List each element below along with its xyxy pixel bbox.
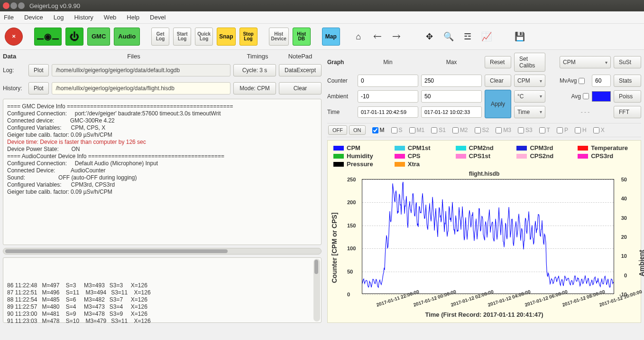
check-s3[interactable]: S3 [518, 127, 533, 133]
counter-unit-select[interactable]: CPM [514, 75, 545, 87]
poiss-button[interactable]: Poiss [614, 90, 641, 103]
mvavg-label: MvAvg [560, 77, 577, 84]
menu-history[interactable]: History [74, 14, 93, 21]
history-label: History: [3, 85, 26, 92]
avg-checkbox[interactable] [583, 93, 589, 99]
back-icon[interactable]: 🡐 [372, 31, 383, 42]
menu-device[interactable]: Device [24, 14, 43, 21]
settings-icon[interactable]: ☲ [462, 31, 473, 42]
sust-button[interactable]: SuSt [614, 56, 641, 68]
check-s2[interactable]: S2 [475, 127, 489, 133]
mvavg-input[interactable] [592, 75, 611, 87]
vars-on-button[interactable]: ON [349, 125, 366, 135]
menu-file[interactable]: File [4, 14, 14, 21]
dataexcerpt-button[interactable]: DataExcerpt [279, 64, 322, 76]
variable-select[interactable]: CPM [560, 56, 611, 68]
legend-cpm: CPM [333, 144, 391, 151]
power-button[interactable]: ⏻ [65, 28, 83, 46]
legend-xtra: Xtra [395, 161, 452, 168]
time-to-input[interactable] [421, 106, 482, 118]
vars-off-button[interactable]: OFF [328, 125, 347, 135]
menu-web[interactable]: Web [104, 14, 117, 21]
menu-bar: File Device Log History Web Help Devel [0, 11, 644, 24]
reset-button[interactable]: Reset [485, 56, 511, 68]
chart-plot[interactable]: 050100150200250-10010203040502017-01-11 … [362, 179, 614, 294]
ambient-min-input[interactable] [358, 90, 418, 103]
audio-button[interactable]: Audio [114, 28, 140, 46]
check-s1[interactable]: S1 [431, 127, 446, 133]
time-unit-select[interactable]: Time [514, 106, 545, 118]
mode-button[interactable]: Mode: CPM [233, 82, 276, 94]
ambient-max-input[interactable] [421, 90, 482, 103]
legend-cps1st: CPS1st [456, 152, 513, 160]
menu-log[interactable]: Log [54, 14, 64, 21]
ambient-unit-select[interactable]: °C [514, 90, 545, 103]
chart-legend: CPMCPM1stCPM2ndCPM3rdTemperatureHumidity… [333, 144, 635, 168]
start-log-button[interactable]: Start Log [173, 28, 191, 46]
quick-log-button[interactable]: Quick Log [195, 28, 213, 46]
check-m[interactable]: M [372, 127, 385, 133]
check-m3[interactable]: M3 [496, 127, 511, 133]
max-header: Max [421, 59, 482, 66]
snap-button[interactable]: Snap [217, 28, 235, 46]
check-m2[interactable]: M2 [452, 127, 468, 133]
close-button[interactable]: ✕ [5, 28, 23, 46]
legend-pressure: Pressure [333, 161, 391, 168]
avg-label: Avg [571, 93, 581, 100]
console-output[interactable]: ==== GMC Device Info ===================… [3, 99, 322, 245]
pan-icon[interactable]: ✥ [424, 31, 435, 42]
console-scrollbar[interactable] [3, 248, 322, 255]
legend-cps: CPS [395, 152, 452, 160]
stop-log-button[interactable]: Stop Log [239, 28, 258, 46]
connect-button[interactable]: ⚊◉⚊ [34, 28, 62, 46]
check-x[interactable]: X [593, 127, 605, 133]
counter-min-input[interactable] [358, 75, 418, 87]
save-icon[interactable]: 💾 [515, 31, 525, 42]
legend-temperature: Temperature [578, 144, 635, 151]
menu-help[interactable]: Help [127, 14, 139, 21]
check-t[interactable]: T [539, 127, 550, 133]
zoom-icon[interactable]: 🔍 [443, 31, 454, 42]
plot-history-button[interactable]: Plot [28, 82, 49, 94]
window-maximize-icon[interactable] [18, 2, 25, 9]
counter-label: Counter [327, 77, 355, 84]
history-path-field[interactable]: /home/ullix/geigerlog/geigerlog/data/fli… [52, 82, 230, 94]
counter-clear-button[interactable]: Clear [485, 75, 511, 87]
counter-max-input[interactable] [421, 75, 482, 87]
window-close-icon[interactable] [3, 2, 9, 9]
close-icon: ✕ [12, 34, 16, 39]
hist-db-button[interactable]: Hist DB [293, 28, 311, 46]
check-h[interactable]: H [575, 127, 587, 133]
apply-button[interactable]: Apply [485, 90, 511, 118]
set-calibs-button[interactable]: Set Calibs [514, 53, 545, 72]
hist-device-button[interactable]: Hist Device [269, 28, 289, 46]
forward-icon[interactable]: 🡒 [391, 31, 402, 42]
data-log-output[interactable]: 86 11:22:48 M=497 S=3 M3=493 S3=3 X=1268… [3, 257, 322, 323]
home-icon[interactable]: ⌂ [353, 31, 364, 42]
log-path-field[interactable]: /home/ullix/geigerlog/geigerlog/data/def… [52, 64, 230, 76]
stats-button[interactable]: Stats [614, 75, 641, 87]
legend-cps2nd: CPS2nd [516, 152, 574, 160]
fft-button[interactable]: FFT [614, 106, 641, 118]
menu-devel[interactable]: Devel [150, 14, 166, 21]
time-from-input[interactable] [358, 106, 418, 118]
datalog-scrollbar[interactable] [313, 259, 320, 321]
mvavg-checkbox[interactable] [579, 78, 585, 84]
plot-log-button[interactable]: Plot [28, 64, 49, 76]
power-icon: ⏻ [70, 34, 79, 39]
window-minimize-icon[interactable] [10, 2, 17, 9]
legend-cpm2nd: CPM2nd [456, 144, 513, 151]
gmc-button[interactable]: GMC [87, 28, 110, 46]
check-p[interactable]: P [557, 127, 568, 133]
timings-header: Timings [236, 53, 279, 60]
chart-icon[interactable]: 📈 [481, 31, 492, 42]
get-log-button[interactable]: Get Log [151, 28, 169, 46]
window-title: GeigerLog v0.9.90 [29, 2, 80, 9]
cycle-button[interactable]: Cycle: 3 s [233, 64, 276, 76]
map-button[interactable]: Map [322, 28, 340, 46]
color-picker[interactable] [592, 91, 611, 102]
check-s[interactable]: S [391, 127, 403, 133]
clear-notepad-button[interactable]: Clear [279, 82, 322, 94]
window-titlebar: GeigerLog v0.9.90 [0, 0, 644, 11]
check-m1[interactable]: M1 [409, 127, 425, 133]
